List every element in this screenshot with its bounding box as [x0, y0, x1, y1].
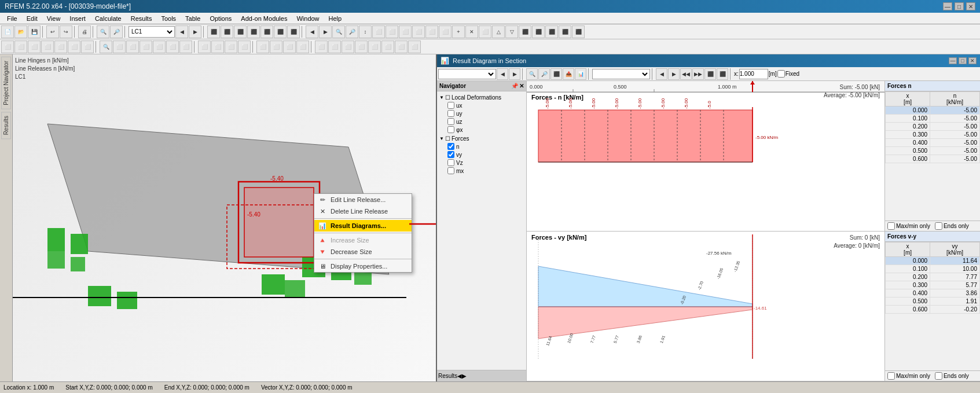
tb4[interactable]: ⬛ [247, 25, 260, 38]
menu-window[interactable]: Window [292, 14, 324, 23]
nav-item-uy[interactable]: uy [438, 109, 525, 117]
table-row[interactable]: 0.2007.77 [886, 273, 980, 281]
t2b25[interactable]: ⬜ [342, 41, 354, 53]
print-btn[interactable]: 🖨 [78, 25, 91, 38]
save-btn[interactable]: 💾 [28, 25, 41, 38]
tb8[interactable]: ◀ [306, 25, 318, 38]
mx-checkbox[interactable] [447, 167, 454, 174]
n-checkbox[interactable] [447, 143, 454, 150]
new-btn[interactable]: 📄 [1, 25, 14, 38]
menu-edit[interactable]: Edit [22, 14, 42, 23]
menu-help[interactable]: Help [324, 14, 347, 23]
tb14[interactable]: ⬜ [386, 25, 398, 38]
zoom-out[interactable]: 🔎 [110, 25, 123, 38]
table-row[interactable]: 0.10010.00 [886, 265, 980, 273]
t2b1[interactable]: ⬜ [1, 41, 14, 53]
next-btn[interactable]: ▶ [189, 25, 201, 38]
tb26[interactable]: ⬛ [545, 25, 558, 38]
tb27[interactable]: ⬛ [559, 25, 571, 38]
nav-item-mx[interactable]: mx [438, 167, 525, 175]
tb10[interactable]: 🔍 [332, 25, 345, 38]
t2b9[interactable]: ⬜ [113, 41, 126, 53]
table-row[interactable]: 0.500-5.00 [886, 147, 980, 155]
table-row[interactable]: 0.000-5.00 [886, 106, 980, 115]
prev-btn[interactable]: ◀ [175, 25, 188, 38]
tb21[interactable]: ⬜ [479, 25, 491, 38]
table-row[interactable]: 0.3005.77 [886, 281, 980, 289]
ux-checkbox[interactable] [447, 102, 454, 109]
t2b7[interactable]: ⬜ [81, 41, 94, 53]
rp-zoom[interactable]: 🔍 [526, 68, 538, 80]
nav-group-deformations-header[interactable]: ▼ ☐ Local Deformations [438, 94, 525, 101]
t2b8[interactable]: 🔍 [100, 41, 112, 53]
t2b24[interactable]: ⬜ [328, 41, 341, 53]
nav-group-forces-header[interactable]: ▼ ☐ Forces [438, 135, 525, 142]
rp-fixed-checkbox[interactable] [777, 70, 785, 78]
ends-vy-label[interactable]: Ends only [935, 372, 969, 380]
ctx-result-diagrams[interactable]: 📊 Result Diagrams... [314, 220, 412, 232]
t2b6[interactable]: ⬜ [68, 41, 80, 53]
rp-b5[interactable]: ⬛ [704, 68, 716, 80]
nav-item-vz[interactable]: Vz [438, 159, 525, 167]
maximize-button[interactable]: □ [955, 2, 964, 10]
ends-n-checkbox[interactable] [935, 222, 942, 230]
result-diagram-controls[interactable]: — □ ✕ [949, 57, 977, 64]
menu-calculate[interactable]: Calculate [90, 14, 126, 23]
t2b12[interactable]: ⬜ [153, 41, 166, 53]
vy-checkbox[interactable] [447, 151, 454, 158]
table-row[interactable]: 0.00011.64 [886, 256, 980, 265]
ends-vy-checkbox[interactable] [935, 372, 942, 380]
rp-excel[interactable]: 📊 [575, 68, 586, 80]
table-row[interactable]: 0.600-0.20 [886, 305, 980, 313]
tb12[interactable]: ↕ [359, 25, 372, 38]
menu-tools[interactable]: Tools [156, 14, 181, 23]
phix-checkbox[interactable] [447, 126, 454, 133]
sidebar-tab-project[interactable]: Project Navigator [1, 57, 11, 109]
uy-checkbox[interactable] [447, 110, 454, 117]
ctx-delete-line-release[interactable]: ✕ Delete Line Release [314, 205, 412, 217]
t2b11[interactable]: ⬜ [140, 41, 152, 53]
t2b5[interactable]: ⬜ [54, 41, 67, 53]
t2b27[interactable]: ⬜ [368, 41, 381, 53]
viewport[interactable]: -5.40 -5.40 Line Hinges n [kN/m] Line Re… [13, 54, 436, 381]
menu-results[interactable]: Results [126, 14, 157, 23]
tb3[interactable]: ⬛ [234, 25, 247, 38]
maxmin-vy-label[interactable]: Max/min only [887, 372, 930, 380]
menu-table[interactable]: Table [181, 14, 205, 23]
nav-close[interactable]: ✕ [519, 83, 524, 89]
undo-btn[interactable]: ↩ [46, 25, 59, 38]
nav-arrow-right[interactable]: ▶ [462, 373, 467, 379]
ctx-edit-line-release[interactable]: ✏ Edit Line Release... [314, 194, 412, 205]
menu-addon[interactable]: Add-on Modules [236, 14, 292, 23]
rp-b3[interactable]: ◀◀ [680, 68, 692, 80]
rp-zoomout[interactable]: 🔎 [538, 68, 550, 80]
rp-combo2[interactable] [592, 69, 650, 79]
rp-b1[interactable]: ◀ [656, 68, 667, 80]
t2b18[interactable]: ⬜ [238, 41, 251, 53]
nav-item-uz[interactable]: uz [438, 117, 525, 126]
menu-view[interactable]: View [42, 14, 65, 23]
table-row[interactable]: 0.400-5.00 [886, 139, 980, 147]
table-row[interactable]: 0.4003.86 [886, 289, 980, 297]
ends-n-label[interactable]: Ends only [935, 222, 969, 230]
rp-b6[interactable]: ⬛ [717, 68, 728, 80]
nav-item-ux[interactable]: ux [438, 101, 525, 109]
t2b21[interactable]: ⬜ [283, 41, 296, 53]
t2b2[interactable]: ⬜ [14, 41, 27, 53]
table-row[interactable]: 0.600-5.00 [886, 155, 980, 163]
nav-item-vy[interactable]: vy [438, 150, 525, 159]
t2b30[interactable]: ⬜ [408, 41, 421, 53]
t2b26[interactable]: ⬜ [355, 41, 368, 53]
redo-btn[interactable]: ↪ [60, 25, 72, 38]
tb17[interactable]: ⬜ [425, 25, 438, 38]
t2b19[interactable]: ⬜ [256, 41, 269, 53]
tb18[interactable]: ⬜ [439, 25, 452, 38]
table-row[interactable]: 0.200-5.00 [886, 123, 980, 131]
rp-export[interactable]: 📤 [563, 68, 574, 80]
maxmin-n-checkbox[interactable] [887, 222, 895, 230]
zoom-in[interactable]: 🔍 [97, 25, 109, 38]
t2b4[interactable]: ⬜ [41, 41, 54, 53]
t2b28[interactable]: ⬜ [381, 41, 394, 53]
results-tab[interactable]: Results [438, 373, 457, 379]
titlebar-controls[interactable]: — □ ✕ [943, 2, 975, 10]
